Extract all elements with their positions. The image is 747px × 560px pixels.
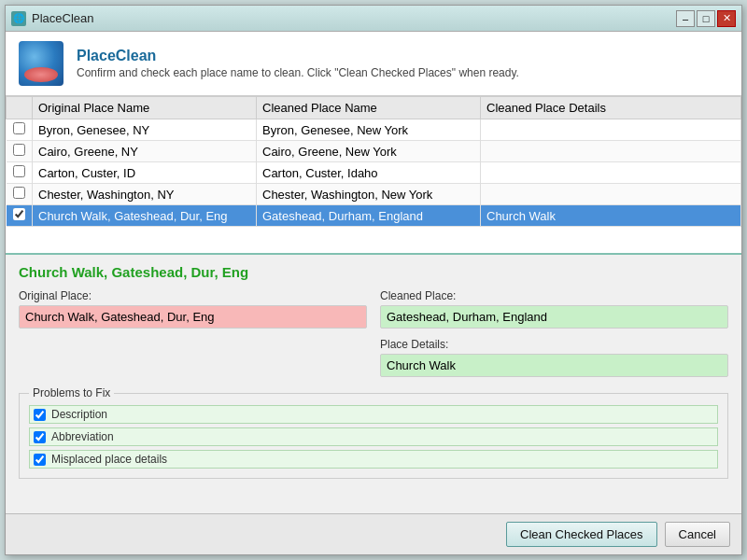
fields-row-2: - Place Details:: [19, 338, 728, 377]
fields-row-1: Original Place: Cleaned Place:: [19, 289, 728, 329]
row-original-place: Chester, Washington, NY: [33, 184, 257, 205]
row-checkbox[interactable]: [13, 122, 25, 134]
problem-checkbox[interactable]: [34, 409, 46, 421]
original-place-group: Original Place:: [19, 289, 367, 329]
close-button[interactable]: ✕: [717, 10, 736, 27]
window-body: PlaceClean Confirm and check each place …: [6, 32, 741, 554]
cleaned-place-input[interactable]: [380, 305, 728, 329]
maximize-button[interactable]: □: [697, 10, 715, 27]
row-place-details: [481, 227, 741, 228]
window-title: PlaceClean: [32, 11, 94, 25]
main-window: 🌐 PlaceClean – □ ✕ PlaceClean Confirm an…: [5, 5, 742, 555]
table-row[interactable]: Cairo, Greene, NYCairo, Greene, New York: [7, 141, 741, 162]
title-bar: 🌐 PlaceClean – □ ✕: [6, 6, 741, 32]
table-row[interactable]: Cornwall, Litchfield, CTCornwall, Litchf…: [7, 227, 741, 228]
row-original-place: Byron, Genesee, NY: [33, 119, 257, 141]
table-row[interactable]: Church Walk, Gateshead, Dur, EngGateshea…: [7, 205, 741, 227]
problem-item[interactable]: Description: [29, 405, 718, 424]
table-row[interactable]: Carton, Custer, IDCarton, Custer, Idaho: [7, 162, 741, 184]
row-checkbox-cell[interactable]: [7, 184, 33, 205]
problem-label: Abbreviation: [51, 430, 114, 443]
row-original-place: Church Walk, Gateshead, Dur, Eng: [33, 205, 257, 227]
row-cleaned-place: Gateshead, Durham, England: [257, 205, 481, 227]
col-checkbox: [7, 97, 33, 119]
app-logo: [19, 41, 63, 86]
clean-checked-button[interactable]: Clean Checked Places: [506, 522, 657, 547]
row-original-place: Cornwall, Litchfield, CT: [33, 227, 257, 228]
table-container: Original Place Name Cleaned Place Name C…: [6, 96, 741, 227]
problem-checkbox[interactable]: [34, 454, 46, 466]
problem-item[interactable]: Misplaced place details: [29, 450, 718, 469]
original-place-label: Original Place:: [19, 289, 367, 302]
row-cleaned-place: Cornwall, Litchfield, Connecticut: [257, 227, 481, 228]
app-description: Confirm and check each place name to cle…: [77, 66, 519, 79]
selected-place-title: Church Walk, Gateshead, Dur, Eng: [19, 264, 728, 280]
row-checkbox-cell[interactable]: [7, 205, 33, 227]
problem-label: Description: [51, 408, 107, 421]
row-checkbox[interactable]: [13, 165, 25, 177]
place-details-input[interactable]: [380, 354, 728, 377]
row-cleaned-place: Carton, Custer, Idaho: [257, 162, 481, 184]
footer: Clean Checked Places Cancel: [6, 513, 741, 554]
problems-list: DescriptionAbbreviationMisplaced place d…: [29, 405, 718, 469]
app-name: PlaceClean: [77, 48, 519, 64]
row-checkbox-cell[interactable]: [7, 227, 33, 228]
row-checkbox[interactable]: [13, 144, 25, 156]
table-scroll[interactable]: Original Place Name Cleaned Place Name C…: [6, 96, 741, 227]
problems-legend: Problems to Fix: [29, 386, 114, 399]
cancel-button[interactable]: Cancel: [665, 522, 730, 547]
problem-checkbox[interactable]: [34, 431, 46, 443]
row-checkbox-cell[interactable]: [7, 119, 33, 141]
problem-label: Misplaced place details: [51, 453, 167, 466]
row-place-details: [481, 162, 741, 184]
original-place-input[interactable]: [19, 305, 367, 329]
app-icon: 🌐: [11, 11, 26, 26]
row-place-details: [481, 141, 741, 162]
row-cleaned-place: Cairo, Greene, New York: [257, 141, 481, 162]
problems-fieldset: Problems to Fix DescriptionAbbreviationM…: [19, 386, 728, 479]
row-checkbox-cell[interactable]: [7, 162, 33, 184]
minimize-button[interactable]: –: [676, 10, 695, 27]
row-original-place: Carton, Custer, ID: [33, 162, 257, 184]
row-place-details: [481, 119, 741, 141]
row-cleaned-place: Byron, Genesee, New York: [257, 119, 481, 141]
cleaned-place-group: Cleaned Place:: [380, 289, 728, 329]
window-controls: – □ ✕: [676, 10, 736, 27]
header-text: PlaceClean Confirm and check each place …: [77, 48, 519, 79]
table-row[interactable]: Byron, Genesee, NYByron, Genesee, New Yo…: [7, 119, 741, 141]
row-checkbox-cell[interactable]: [7, 141, 33, 162]
places-table: Original Place Name Cleaned Place Name C…: [6, 96, 741, 227]
table-row[interactable]: Chester, Washington, NYChester, Washingt…: [7, 184, 741, 205]
place-details-group: Place Details:: [380, 338, 728, 377]
detail-section: Church Walk, Gateshead, Dur, Eng Origina…: [6, 255, 741, 513]
row-place-details: Church Walk: [481, 205, 741, 227]
row-place-details: [481, 184, 741, 205]
cleaned-place-label: Cleaned Place:: [380, 289, 728, 302]
app-header: PlaceClean Confirm and check each place …: [6, 32, 741, 96]
col-cleaned: Cleaned Place Name: [257, 97, 481, 119]
title-bar-left: 🌐 PlaceClean: [11, 11, 94, 26]
problems-section: Problems to Fix DescriptionAbbreviationM…: [19, 386, 728, 479]
row-checkbox[interactable]: [13, 208, 25, 220]
place-details-label: Place Details:: [380, 338, 728, 351]
problem-item[interactable]: Abbreviation: [29, 427, 718, 446]
col-original: Original Place Name: [33, 97, 257, 119]
row-cleaned-place: Chester, Washington, New York: [257, 184, 481, 205]
table-section: Original Place Name Cleaned Place Name C…: [6, 96, 741, 255]
row-original-place: Cairo, Greene, NY: [33, 141, 257, 162]
col-details: Cleaned Place Details: [481, 97, 741, 119]
row-checkbox[interactable]: [13, 187, 25, 199]
